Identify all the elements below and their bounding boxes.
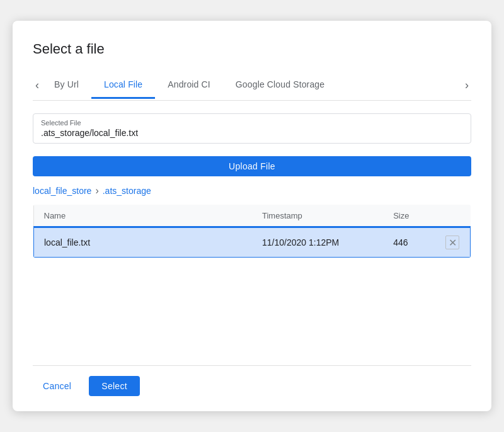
tabs-container: ‹ By Url Local File Android CI Google Cl…	[33, 70, 471, 101]
tab-by-url[interactable]: By Url	[42, 72, 91, 99]
selected-file-label: Selected File	[41, 119, 463, 127]
dialog-footer: Cancel Select	[33, 365, 471, 396]
select-button[interactable]: Select	[89, 376, 140, 396]
column-header-name: Name	[33, 205, 252, 228]
file-name-cell: local_file.txt	[33, 227, 252, 258]
tab-local-file[interactable]: Local File	[91, 72, 155, 99]
tab-google-cloud-storage[interactable]: Google Cloud Storage	[223, 72, 337, 99]
file-table: Name Timestamp Size local_file.txt 11/10…	[33, 204, 471, 258]
tab-android-ci[interactable]: Android CI	[155, 72, 223, 99]
table-row[interactable]: local_file.txt 11/10/2020 1:12PM 446 ✕	[33, 227, 471, 258]
upload-file-button[interactable]: Upload File	[33, 156, 471, 176]
file-select-dialog: Select a file ‹ By Url Local File Androi…	[13, 21, 491, 411]
file-timestamp-cell: 11/10/2020 1:12PM	[252, 227, 383, 258]
breadcrumb: local_file_store › .ats_storage	[33, 185, 471, 196]
tab-arrow-right[interactable]: ›	[462, 70, 471, 100]
selected-file-value: .ats_storage/local_file.txt	[41, 128, 463, 138]
file-action-cell: ✕	[435, 227, 471, 258]
dialog-title: Select a file	[33, 41, 471, 57]
column-header-timestamp: Timestamp	[252, 205, 383, 228]
column-header-size: Size	[383, 205, 435, 228]
table-header-row: Name Timestamp Size	[33, 205, 471, 228]
tabs: By Url Local File Android CI Google Clou…	[42, 72, 462, 98]
breadcrumb-root[interactable]: local_file_store	[33, 186, 91, 196]
breadcrumb-current[interactable]: .ats_storage	[103, 186, 151, 196]
file-size-cell: 446	[383, 227, 435, 258]
tab-arrow-left[interactable]: ‹	[33, 70, 42, 100]
column-header-action	[435, 205, 471, 228]
cancel-button[interactable]: Cancel	[33, 376, 81, 396]
delete-icon[interactable]: ✕	[445, 236, 459, 249]
breadcrumb-separator: ›	[95, 185, 98, 196]
selected-file-field: Selected File .ats_storage/local_file.tx…	[33, 113, 471, 144]
